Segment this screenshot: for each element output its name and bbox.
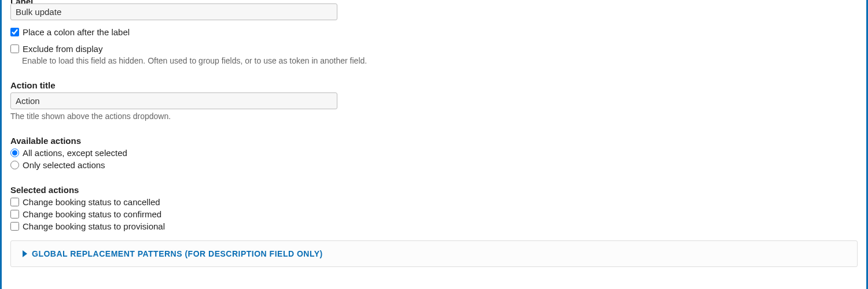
available-actions-radio-only-selected[interactable] xyxy=(10,161,19,169)
exclude-checkbox-label[interactable]: Exclude from display xyxy=(23,44,102,54)
available-actions-heading: Available actions xyxy=(10,136,858,146)
available-actions-label-all-except[interactable]: All actions, except selected xyxy=(23,148,127,158)
details-title: GLOBAL REPLACEMENT PATTERNS (FOR DESCRIP… xyxy=(32,249,323,258)
global-replacement-patterns-details[interactable]: GLOBAL REPLACEMENT PATTERNS (FOR DESCRIP… xyxy=(10,240,858,267)
available-actions-group: Available actions All actions, except se… xyxy=(10,136,858,170)
selected-action-label-provisional[interactable]: Change booking status to provisional xyxy=(23,221,165,231)
selected-action-checkbox-cancelled[interactable] xyxy=(10,198,19,206)
label-field-group: Label xyxy=(10,0,858,20)
selected-action-checkbox-confirmed[interactable] xyxy=(10,210,19,218)
expand-icon xyxy=(23,250,27,257)
action-title-heading: Action title xyxy=(10,80,858,90)
colon-checkbox[interactable] xyxy=(10,28,19,36)
exclude-checkbox-group: Exclude from display Enable to load this… xyxy=(10,44,858,65)
exclude-description: Enable to load this field as hidden. Oft… xyxy=(22,56,858,65)
colon-checkbox-label[interactable]: Place a colon after the label xyxy=(23,27,130,37)
action-title-help: The title shown above the actions dropdo… xyxy=(10,112,858,121)
selected-actions-heading: Selected actions xyxy=(10,185,858,195)
selected-action-checkbox-provisional[interactable] xyxy=(10,222,19,231)
action-title-input[interactable] xyxy=(10,92,337,109)
available-actions-radio-all-except[interactable] xyxy=(10,149,19,157)
selected-action-label-cancelled[interactable]: Change booking status to cancelled xyxy=(23,197,160,207)
available-actions-label-only-selected[interactable]: Only selected actions xyxy=(23,160,105,170)
selected-actions-group: Selected actions Change booking status t… xyxy=(10,185,858,231)
label-input[interactable] xyxy=(10,3,337,20)
selected-action-label-confirmed[interactable]: Change booking status to confirmed xyxy=(23,209,161,219)
colon-checkbox-group: Place a colon after the label xyxy=(10,27,858,37)
action-title-group: Action title The title shown above the a… xyxy=(10,80,858,121)
exclude-checkbox[interactable] xyxy=(10,45,19,53)
